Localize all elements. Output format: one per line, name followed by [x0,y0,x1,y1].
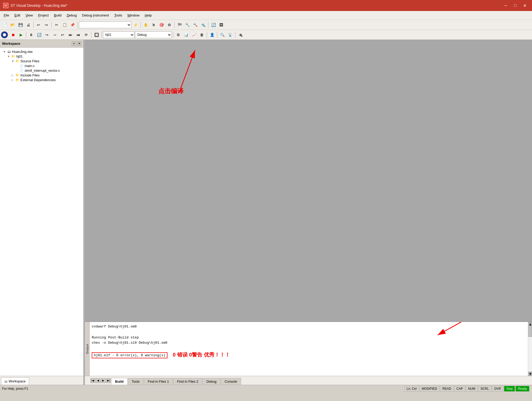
step-over2-button[interactable]: ⤻ [51,31,58,38]
menu-edit[interactable]: Edit [12,12,23,18]
menu-file[interactable]: File [1,12,12,18]
tree-item-root[interactable]: ▼ 🗂 HuanJing.stw [1,49,82,54]
minimize-button[interactable]: ─ [502,2,510,9]
output-content[interactable]: cvdwarf Debug\hj01.sm8 Running Post-Buil… [85,322,532,376]
tab-nav-start[interactable]: |◀ [90,378,95,383]
image-button[interactable]: 🖼 [218,21,225,29]
tree-item-include-files[interactable]: ▷ 📁 Include Files [1,73,82,77]
target-button[interactable]: 🎯 [158,21,165,29]
tree-item-external-deps[interactable]: ▷ 📁 External Dependencies [1,77,82,82]
workspace-pin-button[interactable]: × [72,42,76,46]
output-scrollbar[interactable]: ▲ ▼ [528,322,532,376]
build-btn-4[interactable]: 🗑 [198,31,205,38]
status-scrl: SCRL [478,386,491,392]
step-button5[interactable]: ⏮ [75,31,82,38]
step-button6[interactable]: ⟳ [83,31,90,38]
hammer-button[interactable]: 🔨 [192,21,199,29]
device-btn-1[interactable]: 👤 [208,31,216,38]
paste-button[interactable]: 📌 [69,21,76,29]
expand-icon-source: ▼ [12,60,15,63]
build-config-select[interactable]: Debug [135,31,172,38]
cut-button[interactable]: ✂ [53,21,60,29]
tree-item-hj01[interactable]: ▼ 📁 hj01 [1,54,82,59]
menu-window[interactable]: Window [125,12,142,18]
stop-button[interactable]: ⏹ [9,31,17,38]
tab-find2-label: Find in Files 2 [177,380,198,383]
menu-debug-instrument[interactable]: Debug instrument [79,12,112,18]
status-stop: Stop [504,386,515,392]
hand-tool-button[interactable]: ✋ [142,21,149,29]
reset-button[interactable]: 🔃 [35,31,43,38]
tab-debug[interactable]: Debug [203,378,220,385]
menu-build[interactable]: Build [51,12,64,18]
menu-debug[interactable]: Debug [64,12,79,18]
modified-label: MODIFIED [422,387,437,391]
tab-debug-label: Debug [207,380,216,383]
copy-button[interactable]: 📋 [61,21,68,29]
build-btn-2[interactable]: 📊 [182,31,190,38]
scroll-thumb[interactable] [528,326,532,337]
tab-find-files-1[interactable]: Find in Files 1 [144,378,173,385]
go-button[interactable]: ▶ [17,31,25,38]
tab-console[interactable]: Console [221,378,241,385]
wrench-button[interactable]: 🔧 [184,21,191,29]
open-button[interactable]: 📂 [9,21,16,29]
menu-view[interactable]: View [23,12,35,18]
main-layout: Workspace × ✕ ▼ 🗂 HuanJing.stw ▼ 📁 hj01 … [0,40,532,385]
separator-4 [140,22,141,28]
build-btn-1[interactable]: ⚙ [175,31,182,38]
tree-item-main-c[interactable]: ▷ 📄 main.c [1,63,82,68]
cursor-button[interactable]: 🖱 [150,21,157,29]
workspace-close-button[interactable]: ✕ [77,42,81,46]
tab-nav-end[interactable]: ▶| [106,378,111,383]
status-ln-col: Ln, Col [404,386,419,392]
workspace-tab[interactable]: 🗂 Workspace [1,377,29,385]
undo-button[interactable]: ↩ [35,21,42,29]
print-button[interactable]: 🖨 [25,21,32,29]
redo-button[interactable]: ↪ [43,21,50,29]
settings-btn[interactable]: ⚙ [166,21,173,29]
special-btn[interactable]: 🔲 [93,31,100,38]
editor-area[interactable]: 点击编译 [85,40,532,322]
tab-nav-prev[interactable]: ◀ [96,378,100,383]
tab-build[interactable]: Build [111,378,128,385]
output-label-text: Output [86,344,89,354]
toolbar-btn-extra[interactable]: ⚡ [132,21,139,29]
status-cap: CAP [454,386,465,392]
step-over-button[interactable]: ↪ [43,31,51,38]
project-select[interactable]: hj01 [103,31,134,38]
debug-btn-1[interactable]: 🔍 [219,31,226,38]
status-modified: MODIFIED [420,386,440,392]
menu-help[interactable]: Help [142,12,154,18]
tab-nav-next[interactable]: ▶ [101,378,106,383]
build-btn-3[interactable]: 📈 [190,31,198,38]
pause-button[interactable]: ⏸ [28,31,35,38]
config-button[interactable]: 🔩 [199,21,207,29]
chip-btn[interactable]: 🔌 [237,31,244,38]
tree-item-source-files[interactable]: ▼ 📁 Source Files [1,59,82,63]
scroll-up-btn[interactable]: ▲ [528,322,532,326]
tb2-sep-7 [235,32,235,38]
workspace-tab-bar: 🗂 Workspace [0,376,83,385]
new-file-button[interactable]: 📄 [1,21,8,29]
workspace-tab-label: Workspace [9,379,26,383]
tab-find-files-2[interactable]: Find in Files 2 [173,378,202,385]
step-button3[interactable]: ↩ [59,31,66,38]
toolbar-dropdown-1[interactable] [79,21,131,28]
status-ovr: OVR [492,386,503,392]
refresh-button[interactable]: 🔄 [210,21,217,29]
ovr-label: OVR [494,387,501,391]
num-label: NUM [468,387,475,391]
close-button[interactable]: ✕ [520,2,529,9]
menu-project[interactable]: Project [35,12,51,18]
save-button[interactable]: 💾 [17,21,24,29]
debug-btn-2[interactable]: 📡 [226,31,234,38]
tree-item-interrupt-vector[interactable]: ▷ 📄 stm8_interrupt_vector.c [1,68,82,73]
flag-button[interactable]: 🏁 [176,21,183,29]
scroll-down-btn[interactable]: ▼ [528,372,532,376]
menu-tools[interactable]: Tools [112,12,125,18]
maximize-button[interactable]: □ [511,2,519,9]
tab-tools[interactable]: Tools [128,378,144,385]
step-button4[interactable]: ⏭ [67,31,74,38]
window-title: ST Visual Develop - HuanJing.stw* [10,3,502,8]
